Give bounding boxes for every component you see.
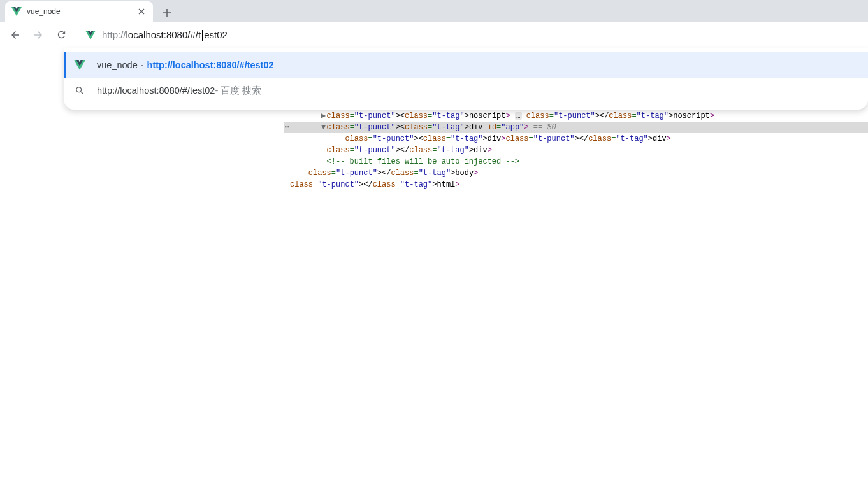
omnibox-suggestions-dropdown: vue_node - http://localhost:8080/#/test0…: [64, 48, 868, 110]
close-icon[interactable]: [136, 6, 147, 17]
code-line[interactable]: class="t-punct"></class="t-tag">div>: [284, 145, 868, 156]
address-bar-text: http://localhost:8080/#/test02: [102, 29, 857, 41]
vue-icon: [85, 30, 96, 40]
text-cursor-icon: [202, 30, 203, 41]
suggestion-row-search[interactable]: http://localhost:8080/#/test02 - 百度 搜索: [64, 78, 868, 103]
tab-title: vue_node: [27, 7, 131, 16]
browser-tab-strip: vue_node: [0, 0, 868, 22]
vue-icon: [11, 6, 22, 17]
devtools-elements-tree[interactable]: ▼class="t-punct"><class="t-tag">body> ▶c…: [284, 99, 868, 484]
suggestion-text: vue_node - http://localhost:8080/#/test0…: [97, 60, 274, 70]
vue-icon: [74, 59, 85, 71]
code-line[interactable]: <!-- built files will be auto injected -…: [284, 156, 868, 167]
code-line[interactable]: ⋯ ▼class="t-punct"><class="t-tag">div id…: [284, 122, 868, 133]
new-tab-button[interactable]: [158, 4, 176, 22]
code-line[interactable]: class="t-punct"></class="t-tag">html>: [284, 179, 868, 190]
search-icon: [74, 85, 85, 96]
suggestion-row-history[interactable]: vue_node - http://localhost:8080/#/test0…: [64, 52, 868, 78]
code-line[interactable]: ▶class="t-punct"><class="t-tag">noscript…: [284, 110, 868, 122]
suggestion-text: http://localhost:8080/#/test02 - 百度 搜索: [97, 85, 261, 97]
code-line[interactable]: class="t-punct"><class="t-tag">div>class…: [284, 133, 868, 145]
browser-tab-active[interactable]: vue_node: [5, 1, 153, 22]
reload-button[interactable]: [51, 25, 71, 45]
browser-toolbar: http://localhost:8080/#/test02: [0, 22, 868, 48]
forward-button[interactable]: [28, 25, 48, 45]
address-bar[interactable]: http://localhost:8080/#/test02: [79, 25, 863, 45]
code-line[interactable]: class="t-punct"></class="t-tag">body>: [284, 167, 868, 179]
back-button[interactable]: [5, 25, 25, 45]
